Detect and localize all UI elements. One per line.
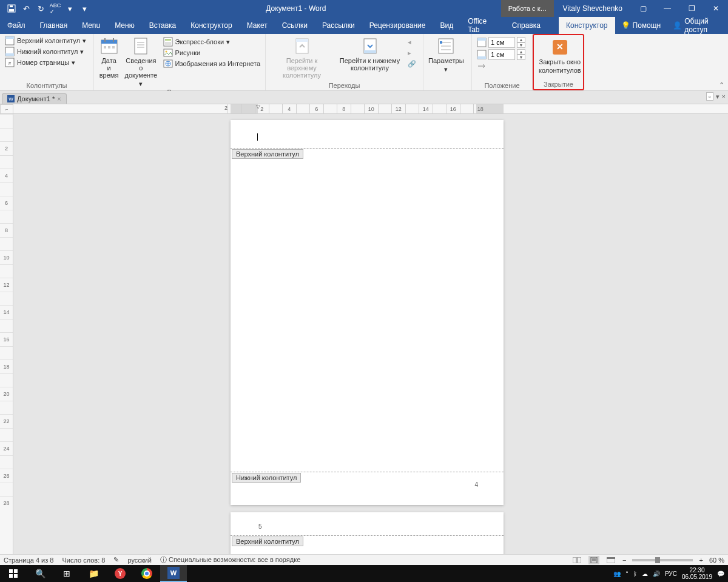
- workspace: ⌐ 2 24681012141618 ▽ 2468101214161820222…: [0, 104, 728, 554]
- svg-rect-53: [14, 574, 18, 578]
- status-accessibility[interactable]: ⓘ Специальные возможности: все в порядке: [160, 555, 300, 564]
- people-icon[interactable]: 👥: [613, 570, 621, 577]
- zoom-in-icon[interactable]: +: [699, 557, 703, 564]
- tab-layout[interactable]: Макет: [240, 17, 275, 34]
- tab-home[interactable]: Главная: [33, 17, 75, 34]
- document-page: 5 Верхний колонтитул: [231, 512, 504, 554]
- window-title: Документ1 - Word: [91, 4, 501, 13]
- zoom-out-icon[interactable]: −: [622, 557, 626, 564]
- ribbon-display-icon[interactable]: ▢: [631, 0, 655, 17]
- pictures-button[interactable]: Рисунки: [161, 47, 263, 58]
- quick-parts-button[interactable]: Экспресс-блоки▾: [161, 36, 263, 47]
- web-layout-icon[interactable]: [605, 556, 616, 564]
- document-tab[interactable]: W Документ1 * ×: [2, 93, 67, 104]
- start-button[interactable]: [0, 565, 27, 582]
- language-indicator[interactable]: РУС: [665, 570, 677, 577]
- horizontal-ruler[interactable]: 2 24681012141618 ▽: [13, 104, 728, 114]
- tab-insert[interactable]: Вставка: [142, 17, 184, 34]
- indent-marker-icon[interactable]: ▽: [256, 104, 260, 110]
- tab-menu-ru[interactable]: Меню: [107, 17, 141, 34]
- search-button[interactable]: 🔍: [27, 565, 53, 582]
- chrome-button[interactable]: [133, 565, 160, 582]
- vertical-ruler[interactable]: 246810121416182022242628: [0, 114, 13, 554]
- tab-help[interactable]: Справка: [505, 17, 548, 34]
- tab-view[interactable]: Вид: [433, 17, 460, 34]
- spellcheck-icon[interactable]: ABC✓: [49, 2, 62, 15]
- page-number-button[interactable]: #Номер страницы▾: [2, 57, 91, 68]
- task-view-button[interactable]: ⊞: [53, 565, 80, 582]
- tab-office-tab[interactable]: Office Tab: [460, 17, 505, 34]
- next-icon: ▸: [408, 49, 417, 59]
- lightbulb-icon: 💡: [621, 21, 630, 30]
- status-word-count[interactable]: Число слов: 8: [62, 557, 105, 564]
- yandex-browser-button[interactable]: Y: [107, 565, 133, 582]
- svg-rect-14: [108, 46, 110, 48]
- touch-mode-icon[interactable]: ▾: [78, 2, 91, 15]
- tab-header-footer-design[interactable]: Конструктор: [559, 17, 615, 34]
- print-layout-icon[interactable]: [588, 556, 599, 564]
- maximize-icon[interactable]: ❐: [679, 0, 704, 17]
- tab-design[interactable]: Конструктор: [183, 17, 239, 34]
- close-all-icon[interactable]: ×: [722, 93, 726, 100]
- header-position-spinner[interactable]: ▲▼: [474, 36, 530, 48]
- collapse-ribbon-icon[interactable]: ⌃: [719, 81, 724, 89]
- ruler-corner[interactable]: ⌐: [0, 104, 13, 114]
- onedrive-icon[interactable]: ☁: [642, 570, 648, 577]
- undo-icon[interactable]: ↶: [19, 2, 33, 15]
- header-button[interactable]: Верхний колонтитул▾: [2, 35, 91, 46]
- qat-more-icon[interactable]: ▾: [63, 2, 76, 15]
- date-time-button[interactable]: Дата и время: [96, 35, 121, 89]
- online-pictures-button[interactable]: Изображения из Интернета: [161, 58, 263, 69]
- footer-button[interactable]: Нижний колонтитул▾: [2, 46, 91, 57]
- spin-down-icon[interactable]: ▼: [517, 55, 525, 60]
- tab-references[interactable]: Ссылки: [275, 17, 315, 34]
- zoom-slider[interactable]: [632, 559, 693, 561]
- text-caret: [257, 133, 258, 141]
- redo-icon[interactable]: ↻: [34, 2, 47, 15]
- notifications-icon[interactable]: 💬: [717, 570, 724, 577]
- group-label-close: Закрытие: [536, 81, 581, 89]
- insert-alignment-tab-button[interactable]: [474, 61, 530, 72]
- svg-rect-1: [9, 9, 14, 12]
- file-explorer-button[interactable]: 📁: [80, 565, 107, 582]
- proofing-icon[interactable]: ✎: [113, 556, 119, 564]
- tab-file[interactable]: Файл: [0, 17, 33, 34]
- word-taskbar-button[interactable]: W: [160, 565, 187, 582]
- zoom-level[interactable]: 60 %: [709, 557, 724, 564]
- new-tab-icon[interactable]: ▫: [706, 92, 713, 101]
- tab-dropdown-icon[interactable]: ▾: [716, 93, 720, 101]
- tab-menu-en[interactable]: Menu: [75, 17, 107, 34]
- close-icon[interactable]: ✕: [704, 0, 728, 17]
- options-button[interactable]: Параметры▾: [426, 35, 467, 89]
- tab-icon: [477, 61, 487, 71]
- tray-expand-icon[interactable]: ˄: [625, 570, 629, 577]
- footer-position-spinner[interactable]: ▲▼: [474, 48, 530, 61]
- status-page[interactable]: Страница 4 из 8: [4, 557, 53, 564]
- spin-up-icon[interactable]: ▲: [517, 37, 525, 42]
- user-name[interactable]: Vitaly Shevchenko: [554, 4, 631, 13]
- tab-review[interactable]: Рецензирование: [362, 17, 433, 34]
- close-tab-icon[interactable]: ×: [57, 95, 61, 102]
- save-icon[interactable]: [5, 2, 18, 15]
- group-label-navigation: Переходы: [268, 82, 420, 90]
- document-info-button[interactable]: Сведения о документе▾: [121, 35, 160, 89]
- read-mode-icon[interactable]: [571, 556, 582, 564]
- tab-mailings[interactable]: Рассылки: [315, 17, 362, 34]
- status-language[interactable]: русский: [127, 557, 151, 564]
- link-previous-button: 🔗: [405, 59, 420, 70]
- bluetooth-icon[interactable]: ᛒ: [633, 570, 637, 577]
- document-tabs: W Документ1 * × ▫ ▾ ×: [0, 91, 728, 104]
- spin-down-icon[interactable]: ▼: [517, 42, 525, 48]
- document-canvas[interactable]: Верхний колонтитул Нижний колонтитул 4 5…: [13, 114, 728, 554]
- windows-icon: [9, 569, 18, 578]
- tell-me-button[interactable]: 💡Помощн: [615, 17, 667, 34]
- minimize-icon[interactable]: —: [655, 0, 679, 17]
- close-header-footer-button[interactable]: ✕ Закрыть окно колонтитулов: [536, 36, 584, 81]
- spin-up-icon[interactable]: ▲: [517, 49, 525, 55]
- volume-icon[interactable]: 🔊: [653, 570, 660, 577]
- goto-header-button: Перейти к верхнему колонтитулу: [269, 35, 335, 82]
- goto-footer-button[interactable]: Перейти к нижнему колонтитулу: [337, 35, 403, 82]
- share-button[interactable]: 👤Общий доступ: [667, 17, 728, 34]
- system-clock[interactable]: 22:30 06.05.2019: [682, 567, 712, 580]
- folder-icon: 📁: [89, 569, 99, 578]
